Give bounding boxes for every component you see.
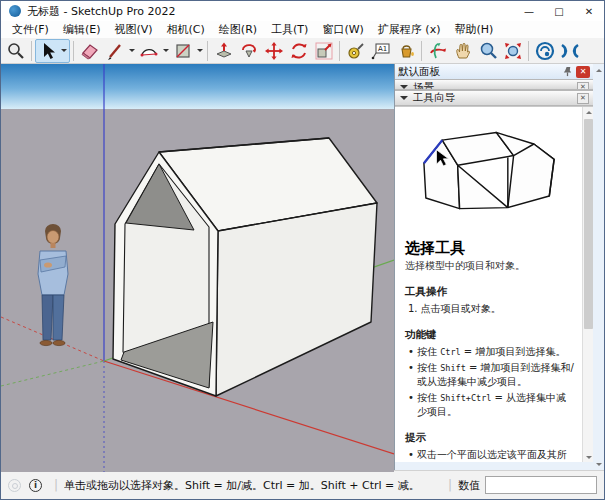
divider: | (54, 478, 58, 492)
pan-tool-button[interactable] (450, 39, 475, 63)
rotate-icon (289, 41, 309, 61)
window-title: 无标题 - SketchUp Pro 2022 (27, 4, 176, 19)
tray-scrollbar[interactable] (593, 64, 604, 470)
push-pull-tool-button[interactable] (211, 39, 236, 63)
scale-icon (314, 41, 334, 61)
modifier-header: 功能键 (405, 328, 576, 342)
info-icon[interactable]: i (29, 479, 42, 492)
sketchup-logo-icon (9, 5, 21, 17)
collapse-triangle-icon (400, 96, 408, 104)
operation-step: 1. 点击项目或对象。 (408, 302, 576, 316)
eraser-icon (80, 41, 100, 61)
tips-header: 提示 (405, 431, 576, 445)
move-icon (264, 41, 284, 61)
follow-me-tool-button[interactable] (236, 39, 261, 63)
divider: | (448, 478, 452, 492)
paint-bucket-icon (396, 41, 416, 61)
scale-tool-button[interactable] (311, 39, 336, 63)
select-tool-active-group (35, 39, 70, 63)
line-dropdown-arrow[interactable] (127, 39, 136, 63)
modeling-viewport[interactable] (1, 64, 394, 470)
tray-scroll-up-arrow[interactable] (593, 65, 604, 75)
rectangle-icon (173, 41, 193, 61)
menu-view[interactable]: 视图(V) (107, 21, 159, 38)
menu-window[interactable]: 窗口(W) (315, 21, 370, 38)
panel-section-instructor[interactable]: 工具向导 ✕ (395, 90, 593, 106)
text-icon: A1 (370, 41, 391, 61)
menu-draw[interactable]: 绘图(R) (212, 21, 264, 38)
svg-text:A1: A1 (378, 45, 387, 53)
measurements-input[interactable] (485, 476, 597, 494)
tray-header: 默认面板 ✕ (395, 64, 593, 79)
search-tool-button[interactable] (3, 39, 28, 63)
arc-tool-button[interactable] (136, 39, 161, 63)
tray-close-button[interactable]: ✕ (576, 66, 590, 78)
menu-extensions[interactable]: 扩展程序 (x) (371, 21, 448, 38)
trimble-connect-icon (559, 41, 581, 61)
tray-scroll-down-arrow[interactable] (593, 459, 604, 469)
3d-warehouse-icon (535, 41, 555, 61)
zoom-extents-tool-button[interactable] (500, 39, 525, 63)
instructor-house-illustration (407, 117, 572, 225)
arc-dropdown-arrow[interactable] (161, 39, 170, 63)
trimble-connect-button[interactable] (557, 39, 582, 63)
menu-file[interactable]: 文件(F) (5, 21, 56, 38)
status-bar: i | 单击或拖动以选择对象。Shift = 加/减。Ctrl = 加。Shif… (1, 470, 604, 499)
instructor-content: 选择工具 选择模型中的项目和对象。 工具操作 1. 点击项目或对象。 功能键 按… (395, 107, 582, 462)
tips-list: 双击一个平面以选定该平面及其所有边线。 双击一条边线以选定该边线及与其共享的平面… (407, 448, 576, 462)
warehouse-button[interactable] (532, 39, 557, 63)
tape-measure-icon (346, 41, 366, 61)
sky (1, 64, 394, 109)
arc-icon (139, 41, 159, 61)
modifier-item: 按住 Ctrl = 增加项目到选择集。 (407, 345, 576, 359)
paint-bucket-tool-button[interactable] (393, 39, 418, 63)
search-icon (6, 41, 25, 60)
eraser-tool-button[interactable] (77, 39, 102, 63)
text-tool-button[interactable]: A1 (368, 39, 393, 63)
close-button[interactable]: ✕ (574, 1, 604, 21)
select-tool-button[interactable] (37, 39, 59, 63)
operation-header: 工具操作 (405, 285, 576, 299)
geolocation-icon[interactable] (8, 479, 21, 492)
pan-hand-icon (453, 41, 473, 61)
line-tool-button[interactable] (102, 39, 127, 63)
instructor-scrollbar[interactable] (582, 107, 593, 462)
pencil-icon (105, 41, 125, 61)
maximize-button[interactable]: □ (544, 1, 574, 21)
modifier-list: 按住 Ctrl = 增加项目到选择集。 按住 Shift = 增加项目到选择集和… (407, 345, 576, 419)
shapes-dropdown-arrow[interactable] (195, 39, 204, 63)
push-pull-icon (214, 41, 234, 61)
panel-section-scenes[interactable]: 场景 ✕ (395, 79, 593, 90)
select-dropdown-arrow[interactable] (59, 39, 68, 63)
minimize-button[interactable]: — (514, 1, 544, 21)
modifier-item: 按住 Shift+Ctrl = 从选择集中减少项目。 (407, 391, 576, 419)
title-bar: 无标题 - SketchUp Pro 2022 — □ ✕ (1, 1, 604, 21)
orbit-icon (428, 41, 448, 61)
section-close-icon[interactable]: ✕ (577, 93, 589, 104)
rotate-tool-button[interactable] (286, 39, 311, 63)
zoom-tool-button[interactable] (475, 39, 500, 63)
tray-bottom-strip (395, 462, 593, 470)
zoom-icon (478, 41, 498, 61)
move-tool-button[interactable] (261, 39, 286, 63)
menu-tools[interactable]: 工具(T) (264, 21, 315, 38)
sketchup-window: 无标题 - SketchUp Pro 2022 — □ ✕ 文件(F) 编辑(E… (0, 0, 605, 500)
section-close-icon[interactable]: ✕ (577, 82, 589, 90)
tip-item: 双击一个平面以选定该平面及其所有边线。 (407, 448, 576, 462)
menu-help[interactable]: 帮助(H) (447, 21, 500, 38)
status-hint: 单击或拖动以选择对象。Shift = 加/减。Ctrl = 加。Shift + … (64, 478, 420, 493)
instructor-panel: 选择工具 选择模型中的项目和对象。 工具操作 1. 点击项目或对象。 功能键 按… (395, 106, 593, 462)
menu-edit[interactable]: 编辑(E) (56, 21, 108, 38)
pin-icon[interactable] (562, 66, 573, 77)
default-tray: 默认面板 ✕ 场景 ✕ 工具向导 ✕ (394, 64, 604, 470)
modifier-item: 按住 Shift = 增加项目到选择集和/或从选择集中减少项目。 (407, 361, 576, 389)
tape-measure-tool-button[interactable] (343, 39, 368, 63)
instructor-title: 选择工具 (405, 239, 576, 258)
getting-started-toolbar: A1 (1, 38, 604, 64)
orbit-tool-button[interactable] (425, 39, 450, 63)
instructor-description: 选择模型中的项目和对象。 (405, 259, 576, 273)
zoom-extents-icon (503, 41, 523, 61)
scrollbar-thumb[interactable] (584, 119, 593, 329)
shapes-tool-button[interactable] (170, 39, 195, 63)
menu-camera[interactable]: 相机(C) (160, 21, 212, 38)
